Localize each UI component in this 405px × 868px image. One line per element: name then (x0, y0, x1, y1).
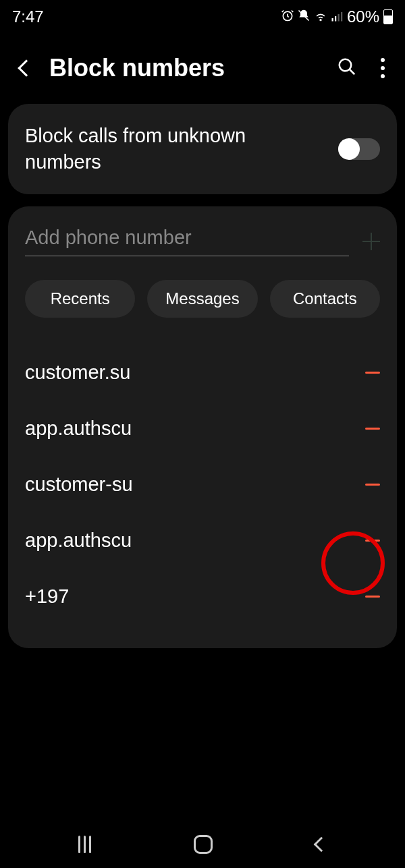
battery-percent: 60% (347, 7, 379, 26)
list-item: customer-su (25, 457, 380, 513)
nav-recents-icon[interactable] (78, 836, 91, 853)
svg-rect-4 (335, 16, 336, 22)
remove-icon[interactable] (365, 540, 380, 542)
svg-rect-5 (338, 14, 339, 22)
mute-icon (297, 7, 310, 26)
block-unknown-row[interactable]: Block calls from unknown numbers (25, 123, 380, 175)
svg-point-2 (320, 20, 321, 21)
blocked-entry-label: customer.su (25, 361, 130, 384)
source-chips: Recents Messages Contacts (25, 280, 380, 318)
list-item: customer.su (25, 345, 380, 401)
status-time: 7:47 (12, 7, 44, 26)
chip-recents[interactable]: Recents (25, 280, 135, 318)
add-icon[interactable] (362, 233, 380, 250)
battery-icon (383, 9, 393, 24)
phone-number-input[interactable] (25, 227, 349, 256)
block-unknown-card: Block calls from unknown numbers (8, 104, 397, 194)
blocked-entry-label: app.authscu (25, 417, 132, 440)
alarm-icon (281, 7, 294, 26)
list-item: app.authscu (25, 513, 380, 569)
remove-icon[interactable] (365, 372, 380, 374)
nav-home-icon[interactable] (194, 835, 213, 854)
svg-rect-3 (331, 18, 333, 22)
chip-messages[interactable]: Messages (147, 280, 257, 318)
remove-icon[interactable] (365, 484, 380, 486)
wifi-icon (313, 7, 328, 26)
svg-point-7 (340, 59, 352, 71)
header-actions (337, 57, 385, 80)
page-title: Block numbers (49, 54, 320, 82)
back-icon[interactable] (18, 59, 34, 76)
list-item: +197 (25, 569, 380, 625)
signal-icon (331, 7, 343, 26)
block-unknown-label: Block calls from unknown numbers (25, 123, 325, 175)
list-item: app.authscu (25, 401, 380, 457)
toggle-knob (338, 138, 360, 160)
add-number-row (25, 227, 380, 256)
remove-icon[interactable] (365, 428, 380, 430)
svg-rect-6 (341, 12, 342, 22)
blocked-entry-label: app.authscu (25, 529, 132, 552)
svg-line-8 (350, 69, 355, 75)
chip-contacts[interactable]: Contacts (270, 280, 380, 318)
block-unknown-toggle[interactable] (338, 138, 380, 160)
remove-icon[interactable] (365, 596, 380, 598)
nav-back-icon[interactable] (313, 837, 329, 852)
more-icon[interactable] (381, 58, 385, 78)
blocked-entry-label: customer-su (25, 473, 133, 496)
block-list-card: Recents Messages Contacts customer.su ap… (8, 206, 397, 648)
navigation-bar (0, 821, 405, 868)
search-icon[interactable] (337, 57, 357, 80)
status-right: 60% (281, 7, 393, 26)
status-bar: 7:47 60% (0, 0, 405, 34)
header: Block numbers (0, 34, 405, 96)
blocked-entry-label: +197 (25, 585, 69, 608)
